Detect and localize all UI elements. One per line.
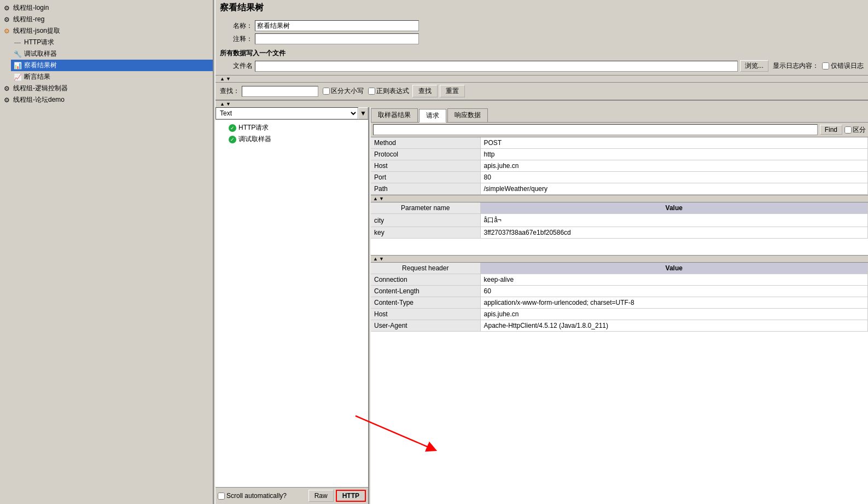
name-input[interactable] bbox=[255, 20, 419, 31]
results-icon: 📊 bbox=[13, 61, 22, 70]
header-connection-name: Connection bbox=[371, 274, 480, 286]
path-row: Path /simpleWeather/query bbox=[371, 183, 868, 195]
params-collapse-down[interactable]: ▼ bbox=[379, 196, 384, 201]
name-row: 名称： bbox=[220, 20, 864, 31]
filename-label: 文件名 bbox=[220, 61, 253, 71]
results-panel: 取样器结果 请求 响应数据 Find 区分 bbox=[371, 107, 868, 504]
tree-item-label-http: HTTP请求 bbox=[238, 123, 269, 132]
sidebar-item-forum[interactable]: ⚙ 线程组-论坛demo bbox=[0, 94, 213, 106]
results-content: Method POST Protocol http Host apis.juhe… bbox=[371, 137, 868, 504]
scroll-auto-label: Scroll automatically? bbox=[218, 492, 287, 500]
header-contentlength-value: 60 bbox=[480, 286, 868, 297]
headers-collapse-down[interactable]: ▼ bbox=[379, 256, 384, 262]
params-header-name: Parameter name bbox=[371, 202, 480, 214]
filename-input[interactable] bbox=[255, 61, 738, 72]
gear-icon: ⚙ bbox=[2, 84, 11, 93]
sidebar-item-http[interactable]: — HTTP请求 bbox=[11, 37, 213, 48]
http-button[interactable]: HTTP bbox=[336, 490, 366, 502]
tree-header: Text RegExp Tester CSS/JQuery Tester JSO… bbox=[215, 107, 368, 120]
param-city-row: city å口å¬ bbox=[371, 214, 868, 227]
collapse2-up-btn[interactable]: ▲ bbox=[220, 101, 225, 107]
sidebar-item-results[interactable]: 📊 察看结果树 bbox=[11, 60, 213, 71]
collapse-bar: ▲ ▼ bbox=[215, 75, 868, 82]
host-value: apis.juhe.cn bbox=[480, 160, 868, 172]
reset-button[interactable]: 重置 bbox=[440, 85, 465, 97]
scroll-auto-checkbox[interactable] bbox=[218, 493, 225, 500]
collapse-up-btn[interactable]: ▲ bbox=[220, 76, 225, 82]
search-input[interactable] bbox=[242, 86, 318, 97]
case-sensitive-label: 区分大小写 bbox=[323, 86, 364, 96]
headers-header-value: Value bbox=[480, 263, 868, 274]
tab-sampler[interactable]: 取样器结果 bbox=[371, 108, 418, 122]
header-contenttype-value: application/x-www-form-urlencoded; chars… bbox=[480, 297, 868, 309]
param-key-value: 3ff27037f38aa67e1bf20586cd bbox=[480, 227, 868, 239]
gear-icon: ⚙ bbox=[2, 15, 11, 24]
headers-collapse-bar: ▲ ▼ bbox=[371, 255, 868, 263]
write-section-label: 所有数据写入一个文件 bbox=[215, 48, 868, 59]
sidebar-item-json[interactable]: ⚙ 线程组-json提取 bbox=[0, 25, 213, 37]
sidebar-label-forum: 线程组-论坛demo bbox=[13, 95, 65, 105]
sidebar-label-results: 察看结果树 bbox=[24, 61, 57, 70]
headers-table: Request header Value Connection keep-ali… bbox=[371, 263, 868, 332]
results-find-button[interactable]: Find bbox=[820, 125, 842, 135]
sidebar-label-reg: 线程组-reg bbox=[13, 15, 44, 24]
regex-checkbox[interactable] bbox=[368, 88, 375, 95]
show-log-checkbox[interactable] bbox=[822, 62, 829, 69]
results-tabs: 取样器结果 请求 响应数据 bbox=[371, 107, 868, 123]
tree-content: ✓ HTTP请求 ✓ 调试取样器 bbox=[215, 120, 368, 487]
file-section: 文件名 浏览... 显示日志内容： 仅错误日志 bbox=[215, 59, 868, 73]
header-contentlength-row: Content-Length 60 bbox=[371, 286, 868, 297]
comment-input[interactable] bbox=[255, 33, 419, 44]
sidebar-label-debug: 调试取样器 bbox=[24, 49, 57, 59]
header-host-name: Host bbox=[371, 309, 480, 320]
sidebar-item-login[interactable]: ⚙ 线程组-login bbox=[0, 2, 213, 14]
find-button[interactable]: 查找 bbox=[412, 85, 438, 97]
assert-icon: 📈 bbox=[13, 73, 22, 82]
tree-footer: Scroll automatically? Raw HTTP bbox=[215, 487, 368, 504]
sidebar-item-logic[interactable]: ⚙ 线程组-逻辑控制器 bbox=[0, 83, 213, 94]
collapse2-down-btn[interactable]: ▼ bbox=[226, 101, 231, 107]
name-label: 名称： bbox=[220, 21, 253, 31]
form-area: 名称： 注释： bbox=[215, 19, 868, 48]
request-data-table: Method POST Protocol http Host apis.juhe… bbox=[371, 137, 868, 195]
tab-response[interactable]: 响应数据 bbox=[447, 108, 488, 122]
header-connection-row: Connection keep-alive bbox=[371, 274, 868, 286]
only-error-label: 仅错误日志 bbox=[831, 61, 864, 71]
search-label: 查找： bbox=[220, 86, 240, 96]
tree-item-debug[interactable]: ✓ 调试取样器 bbox=[229, 134, 366, 145]
comment-row: 注释： bbox=[220, 33, 864, 44]
protocol-value: http bbox=[480, 149, 868, 160]
headers-header-row: Request header Value bbox=[371, 263, 868, 274]
results-search-input[interactable] bbox=[373, 124, 818, 135]
tree-dropdown[interactable]: Text RegExp Tester CSS/JQuery Tester JSO… bbox=[215, 107, 358, 119]
title-area: 察看结果树 bbox=[215, 0, 868, 19]
tree-dropdown-btn[interactable]: ▼ bbox=[358, 107, 368, 119]
sidebar-item-debug[interactable]: 🔧 调试取样器 bbox=[11, 48, 213, 60]
params-collapse-up[interactable]: ▲ bbox=[373, 196, 378, 201]
param-city-name: city bbox=[371, 214, 480, 227]
page-title: 察看结果树 bbox=[220, 2, 864, 14]
tab-request[interactable]: 请求 bbox=[419, 109, 446, 123]
case-sensitive-checkbox[interactable] bbox=[323, 88, 330, 95]
gear-icon: ⚙ bbox=[2, 96, 11, 105]
method-label: Method bbox=[371, 137, 480, 149]
sidebar-item-reg[interactable]: ⚙ 线程组-reg bbox=[0, 14, 213, 25]
header-connection-value: keep-alive bbox=[480, 274, 868, 286]
right-panel: 察看结果树 名称： 注释： 所有数据写入一个文件 文件名 浏览... 显示日志内… bbox=[215, 0, 868, 504]
port-label: Port bbox=[371, 172, 480, 183]
header-host-row: Host apis.juhe.cn bbox=[371, 309, 868, 320]
tree-item-http[interactable]: ✓ HTTP请求 bbox=[229, 122, 366, 134]
sidebar-label-http: HTTP请求 bbox=[24, 38, 54, 47]
headers-collapse-up[interactable]: ▲ bbox=[373, 256, 378, 262]
params-table: Parameter name Value city å口å¬ key 3ff27… bbox=[371, 202, 868, 239]
success-icon-debug: ✓ bbox=[229, 136, 236, 143]
raw-button[interactable]: Raw bbox=[308, 490, 334, 502]
collapse-down-btn[interactable]: ▼ bbox=[226, 76, 231, 82]
search-area: 查找： 区分大小写 正则表达式 查找 重置 bbox=[215, 82, 868, 100]
tree-panel: Text RegExp Tester CSS/JQuery Tester JSO… bbox=[215, 107, 369, 504]
browse-button[interactable]: 浏览... bbox=[740, 60, 768, 72]
protocol-row: Protocol http bbox=[371, 149, 868, 160]
results-case-checkbox[interactable] bbox=[844, 126, 852, 134]
header-useragent-value: Apache-HttpClient/4.5.12 (Java/1.8.0_211… bbox=[480, 320, 868, 332]
sidebar-item-assert[interactable]: 📈 断言结果 bbox=[11, 71, 213, 83]
